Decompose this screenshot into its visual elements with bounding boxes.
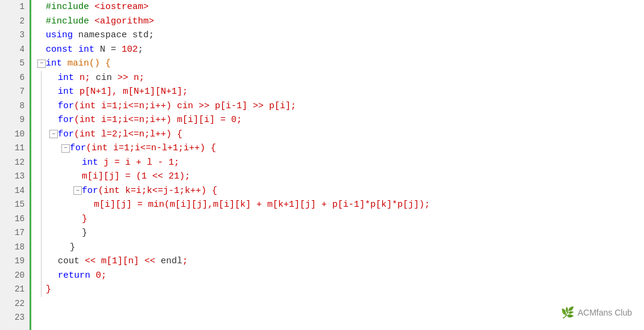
code-token: (int l=	[74, 129, 112, 139]
code-token: 1	[174, 186, 179, 196]
code-token: ;	[174, 157, 179, 168]
code-token: 0	[96, 270, 101, 281]
line-number: 4	[0, 43, 29, 57]
fold-line-indicator	[41, 113, 46, 127]
code-token: std	[132, 30, 149, 40]
code-token: 1	[112, 256, 117, 266]
code-token: m[i][j] = (	[82, 171, 141, 182]
fold-line-indicator	[41, 71, 46, 85]
code-token: int	[58, 87, 74, 97]
code-token: 1	[289, 200, 294, 210]
code-token: for	[58, 115, 74, 125]
code-line: for(int i=1;i<=n;i++) cin >> p[i-1] >> p…	[36, 99, 644, 114]
code-token: cin	[96, 73, 112, 83]
fold-line-indicator	[41, 212, 46, 227]
code-token: ;	[149, 30, 154, 40]
code-token: m[i][j] = min(m[i][j],m[i][k] + m[k+	[94, 200, 289, 210]
fold-line-indicator	[41, 85, 46, 99]
fold-line-indicator	[41, 156, 46, 170]
line-number: 22	[0, 297, 29, 311]
code-token: ;l<=n;l++) {	[117, 129, 182, 139]
code-token: }	[82, 214, 87, 224]
code-token: ;i<=n;i++) m[i][i] =	[117, 115, 231, 125]
code-token: <<	[147, 171, 169, 182]
code-token: 1	[124, 143, 129, 153]
line-number: 21	[0, 283, 29, 297]
line-number: 15	[0, 198, 29, 212]
code-token: for	[58, 129, 74, 139]
watermark-text: ACMfans Club	[578, 308, 632, 317]
code-token: 1	[169, 157, 174, 168]
line-number: 9	[0, 113, 29, 127]
code-line: int n; cin >> n;	[36, 71, 644, 85]
code-token: for	[70, 143, 86, 153]
code-token: cout	[58, 256, 79, 266]
line-number: 20	[0, 269, 29, 283]
code-token: using	[46, 30, 73, 40]
code-line: cout << m[1][n] << endl;	[36, 254, 644, 269]
code-token: 1	[112, 101, 117, 111]
code-line: −for(int l=2;l<=n;l++) {	[36, 127, 644, 142]
line-number: 19	[0, 254, 29, 269]
fold-line-indicator	[41, 283, 46, 297]
line-number: 7	[0, 85, 29, 99]
code-content[interactable]: #include <iostream>#include <algorithm>u…	[31, 0, 644, 330]
code-token: #include	[46, 16, 94, 26]
code-token: <iostream>	[94, 2, 149, 12]
code-token: 1	[144, 87, 150, 97]
code-token: ;i++) {	[178, 143, 216, 153]
line-number: 16	[0, 212, 29, 227]
code-token: 102	[122, 44, 138, 55]
code-token: << m[	[79, 256, 112, 266]
fold-line-indicator	[41, 240, 46, 255]
line-number: 14	[0, 184, 29, 198]
code-token: int	[73, 44, 100, 55]
code-token: endl	[161, 256, 182, 266]
fold-icon[interactable]: −	[61, 144, 70, 153]
line-number: 12	[0, 156, 29, 170]
code-line: int p[N+1], m[N+1][N+1];	[36, 85, 644, 99]
fold-line-indicator	[41, 127, 46, 142]
code-token: (int i=	[74, 115, 112, 125]
fold-line-indicator	[41, 99, 46, 114]
code-token: for	[58, 101, 74, 111]
code-token: int	[46, 58, 62, 69]
code-line: m[i][j] = (1 << 21);	[36, 170, 644, 184]
code-token: ];	[177, 87, 188, 97]
code-token: n;	[74, 73, 96, 83]
line-number: 8	[0, 99, 29, 114]
code-line: #include <algorithm>	[36, 14, 644, 29]
fold-icon[interactable]: −	[73, 186, 82, 195]
code-token: );	[179, 171, 190, 182]
code-token: ], m[N+	[107, 87, 144, 97]
code-token: #include	[46, 2, 94, 12]
code-token: (int i=	[86, 143, 124, 153]
fold-icon[interactable]: −	[37, 60, 46, 68]
code-token: 0	[231, 115, 237, 125]
code-line: #include <iostream>	[36, 0, 644, 14]
code-token: }	[70, 242, 75, 252]
code-token: 1	[237, 101, 242, 111]
code-token: ;	[182, 256, 188, 266]
code-token: ] >> p[i];	[242, 101, 296, 111]
fold-line-indicator	[41, 226, 46, 240]
code-token: (int k=i;k<=j-	[98, 186, 174, 196]
line-number: 10	[0, 127, 29, 142]
code-line: −int main() {	[36, 57, 644, 71]
code-token: =	[105, 44, 122, 55]
fold-icon[interactable]: −	[49, 130, 58, 138]
code-container: 1234567891011121314151617181920212223 #i…	[0, 0, 644, 330]
fold-line-indicator	[41, 141, 46, 156]
code-token: j = i + l -	[98, 157, 169, 168]
code-line: m[i][j] = min(m[i][j],m[i][k] + m[k+1][j…	[36, 198, 644, 212]
code-token: main() {	[62, 58, 111, 69]
line-number: 3	[0, 28, 29, 43]
code-line: }	[36, 226, 644, 240]
code-token: }	[82, 228, 87, 238]
code-token: }	[46, 284, 51, 295]
line-number: 6	[0, 71, 29, 85]
code-line: return 0;	[36, 269, 644, 283]
code-token: ][j] + p[i-	[294, 200, 354, 210]
code-token: 1	[141, 171, 147, 182]
watermark: 🌿 ACMfans Club	[561, 306, 632, 319]
